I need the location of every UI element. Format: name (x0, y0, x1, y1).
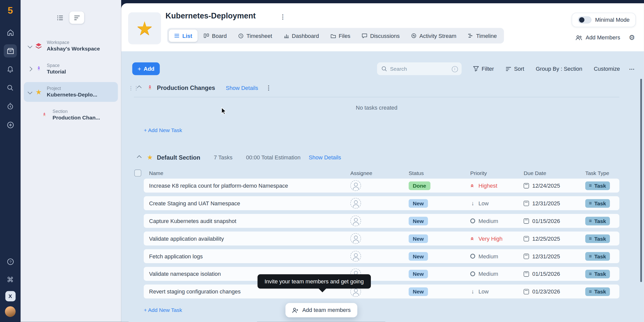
shortcuts-command-icon[interactable]: ⌘ (4, 273, 17, 286)
projects-icon[interactable] (4, 44, 17, 58)
sidebar-item-project[interactable]: ★ Project Kubernetes-Deplo... (24, 82, 118, 102)
vertical-scrollbar[interactable] (640, 79, 642, 282)
search-input[interactable] (377, 62, 462, 75)
assignee-placeholder-icon[interactable] (350, 180, 361, 191)
table-row[interactable]: Capture Kubernetes audit snapshot New Me… (144, 214, 619, 228)
due-date-cell[interactable]: 12/25/2025 (524, 235, 585, 241)
timer-icon[interactable] (4, 100, 17, 113)
group-by-control[interactable]: Group By : Section (536, 66, 582, 72)
task-name[interactable]: Validate application availability (149, 235, 350, 241)
search-icon[interactable] (4, 81, 17, 94)
column-header-priority[interactable]: Priority (470, 170, 523, 176)
project-kebab-icon[interactable]: ⋮ (280, 13, 286, 20)
task-type-badge[interactable]: ≡Task (585, 287, 610, 296)
priority-cell[interactable]: Medium (470, 218, 523, 224)
priority-cell[interactable]: Highest (470, 183, 523, 189)
sidebar-item-space[interactable]: Space Tutorial (24, 59, 118, 79)
sidebar-item-section[interactable]: Section Production Chan... (37, 105, 118, 125)
customize-button[interactable]: Customize (594, 66, 620, 72)
settings-gear-icon[interactable]: ⚙ (629, 33, 635, 42)
add-button[interactable]: + Add (132, 62, 160, 75)
select-all-checkbox[interactable] (134, 169, 141, 177)
minimal-mode-toggle[interactable] (578, 16, 591, 23)
sort-button[interactable]: Sort (506, 66, 524, 72)
add-new-task-link[interactable]: + Add New Task (144, 307, 182, 313)
sidebar-item-workspace[interactable]: Workspace Akshay's Workspace (24, 36, 118, 56)
status-badge[interactable]: New (409, 287, 428, 296)
status-badge[interactable]: New (409, 234, 428, 243)
status-badge[interactable]: New (409, 217, 428, 225)
status-badge[interactable]: New (409, 199, 428, 208)
task-type-badge[interactable]: ≡Task (585, 181, 610, 190)
table-row[interactable]: Revert staging configuration changes New… (144, 285, 619, 299)
due-date-cell[interactable]: 01/15/2026 (524, 271, 585, 277)
priority-cell[interactable]: Medium (470, 253, 523, 259)
collapse-chevron-icon[interactable] (134, 156, 145, 159)
status-badge[interactable]: New (409, 269, 428, 278)
info-icon[interactable] (452, 66, 458, 72)
table-row[interactable]: Validate namespace isolation New Medium … (144, 267, 619, 281)
tab-list[interactable]: List (169, 30, 198, 42)
tab-files[interactable]: Files (325, 30, 356, 42)
assignee-placeholder-icon[interactable] (350, 215, 361, 226)
tree-view-icon[interactable] (69, 12, 84, 24)
task-name[interactable]: Increase K8 replica count for platform-d… (149, 183, 350, 189)
tab-timesheet[interactable]: Timesheet (233, 30, 277, 42)
table-row[interactable]: Increase K8 replica count for platform-d… (144, 179, 619, 192)
column-header-name[interactable]: Name (149, 170, 350, 176)
user-avatar[interactable] (5, 306, 16, 317)
task-type-badge[interactable]: ≡Task (585, 199, 610, 208)
tab-activity-stream[interactable]: Activity Stream (406, 30, 462, 42)
add-new-icon[interactable] (4, 118, 17, 131)
tab-discussions[interactable]: Discussions (356, 30, 405, 42)
priority-cell[interactable]: Low (470, 200, 523, 206)
task-name[interactable]: Fetch application logs (149, 253, 350, 259)
column-header-task-type[interactable]: Task Type (585, 170, 619, 176)
filter-button[interactable]: Filter (473, 66, 494, 72)
chevron-down-icon[interactable] (26, 44, 34, 48)
priority-cell[interactable]: Very High (470, 235, 523, 241)
column-header-due-date[interactable]: Due Date (524, 170, 585, 176)
due-date-cell[interactable]: 12/31/2025 (524, 253, 585, 259)
x-button[interactable]: X (5, 291, 15, 302)
more-options-icon[interactable]: ⋯ (629, 65, 635, 72)
status-badge[interactable]: Done (409, 181, 430, 190)
add-new-task-link[interactable]: + Add New Task (144, 127, 182, 133)
table-row[interactable]: Validate application availability New Ve… (144, 232, 619, 245)
add-team-members-button[interactable]: Add team members (285, 303, 357, 317)
tab-dashboard[interactable]: Dashboard (278, 30, 324, 42)
app-logo[interactable]: 5 (8, 6, 13, 15)
task-name[interactable]: Capture Kubernetes audit snapshot (149, 218, 350, 224)
assignee-placeholder-icon[interactable] (350, 233, 361, 244)
due-date-cell[interactable]: 12/24/2025 (524, 183, 585, 189)
chevron-right-icon[interactable] (26, 67, 34, 71)
priority-cell[interactable]: Medium (470, 271, 523, 277)
assignee-placeholder-icon[interactable] (350, 251, 361, 261)
chevron-down-icon[interactable] (26, 90, 34, 94)
table-row[interactable]: Create Staging and UAT Namespace New Low… (144, 196, 619, 210)
table-row[interactable]: Fetch application logs New Medium 12/31/… (144, 249, 619, 263)
column-header-assignee[interactable]: Assignee (350, 170, 409, 176)
home-icon[interactable] (4, 26, 17, 39)
status-badge[interactable]: New (409, 252, 428, 260)
due-date-cell[interactable]: 12/31/2025 (524, 200, 585, 206)
task-type-badge[interactable]: ≡Task (585, 217, 610, 225)
due-date-cell[interactable]: 01/23/2026 (524, 288, 585, 294)
drag-handle-icon[interactable] (128, 85, 134, 91)
collapse-chevron-icon[interactable] (134, 86, 145, 89)
assignee-placeholder-icon[interactable] (350, 198, 361, 209)
task-type-badge[interactable]: ≡Task (585, 269, 610, 278)
column-header-status[interactable]: Status (409, 170, 470, 176)
task-name[interactable]: Create Staging and UAT Namespace (149, 200, 350, 206)
task-type-badge[interactable]: ≡Task (585, 234, 610, 243)
show-details-link[interactable]: Show Details (309, 154, 341, 160)
add-members-button[interactable]: Add Members (575, 35, 620, 41)
notifications-bell-icon[interactable] (4, 63, 17, 76)
section-kebab-icon[interactable]: ⋮ (266, 84, 272, 91)
task-type-badge[interactable]: ≡Task (585, 252, 610, 260)
list-view-icon[interactable] (53, 12, 67, 24)
show-details-link[interactable]: Show Details (226, 85, 258, 91)
due-date-cell[interactable]: 01/15/2026 (524, 218, 585, 224)
priority-cell[interactable]: Low (470, 288, 523, 294)
help-icon[interactable]: ? (4, 255, 17, 268)
